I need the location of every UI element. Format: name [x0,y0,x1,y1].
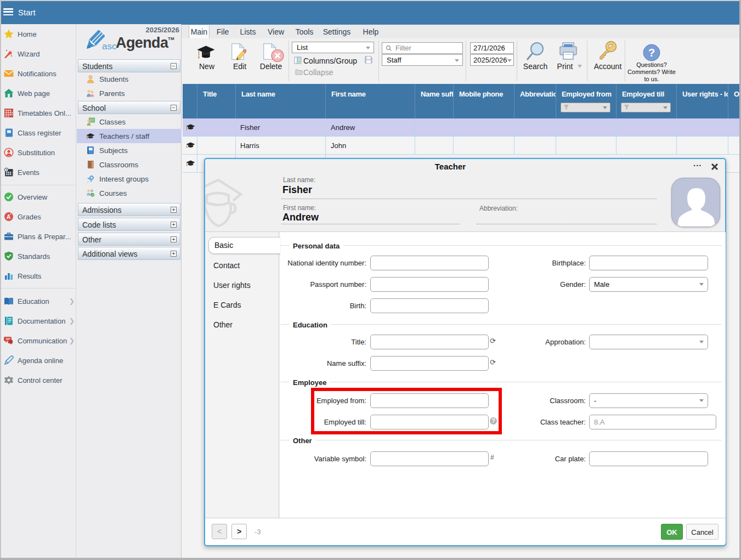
svg-text:*: * [10,213,12,217]
svg-text:?: ? [648,47,655,59]
